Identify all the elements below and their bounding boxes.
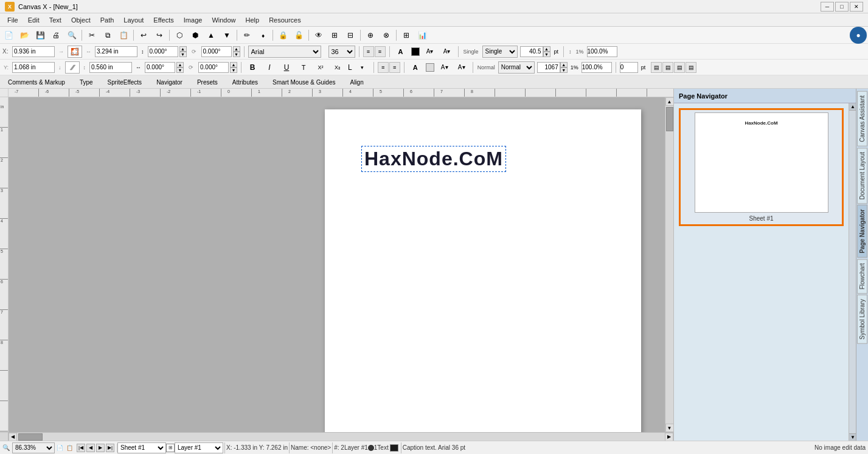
undo-button[interactable]: ↩	[136, 29, 151, 42]
h-input[interactable]	[89, 62, 132, 73]
menu-file[interactable]: File	[2, 15, 23, 25]
normal-pct-input[interactable]	[582, 62, 612, 73]
page-next[interactable]: ▶	[96, 444, 105, 452]
zoom-select[interactable]: 86.33%	[12, 442, 55, 453]
fontsize-select[interactable]: 36	[328, 46, 355, 58]
panel-vscroll[interactable]: ▲ ▼	[849, 103, 856, 441]
scroll-left-btn[interactable]: ◀	[9, 433, 17, 441]
ruler-btn[interactable]: ⊕	[363, 29, 378, 42]
menu-resources[interactable]: Resources	[264, 15, 306, 25]
italic-btn[interactable]: I	[262, 61, 277, 74]
panel-scroll-up[interactable]: ▲	[849, 103, 856, 111]
x-input[interactable]	[12, 46, 55, 57]
angle1-down[interactable]: ▼	[179, 52, 187, 57]
minimize-button[interactable]: ─	[821, 2, 834, 12]
align3-justify[interactable]: ▤	[686, 62, 696, 73]
tab-canvas-assistant[interactable]: Canvas Assistant	[857, 91, 867, 146]
menu-effects[interactable]: Effects	[148, 15, 178, 25]
text-object[interactable]: HaxNode.CoM	[361, 146, 506, 172]
tab-align[interactable]: Align	[343, 77, 370, 87]
print-button[interactable]: 🖨	[49, 29, 63, 42]
paste-button[interactable]: 📋	[116, 29, 131, 42]
normal-value-input[interactable]	[537, 62, 560, 73]
scale3-down[interactable]: ▼	[230, 67, 237, 73]
tab-document-layout[interactable]: Document Layout	[857, 148, 867, 204]
grid-btn[interactable]: ⊞	[327, 29, 342, 42]
scroll-thumb-h[interactable]	[18, 433, 43, 441]
align-center-btn[interactable]: ≡	[375, 46, 386, 57]
page-first[interactable]: |◀	[77, 444, 85, 452]
tab-flowchart[interactable]: Flowchart	[857, 259, 867, 294]
normal-select[interactable]: Normal	[498, 61, 535, 74]
offset-input[interactable]	[620, 62, 638, 73]
scroll-right-btn[interactable]: ▶	[665, 433, 673, 441]
panel-scroll-down[interactable]: ▼	[849, 433, 856, 441]
group-btn[interactable]: 🔓	[291, 29, 306, 42]
subscript-btn[interactable]: X₂	[330, 61, 345, 74]
open-button[interactable]: 📂	[17, 29, 32, 42]
menu-text[interactable]: Text	[44, 15, 66, 25]
scale3-up[interactable]: ▲	[230, 62, 237, 67]
angle1-up[interactable]: ▲	[179, 46, 187, 52]
scroll-up-btn[interactable]: ▲	[665, 97, 674, 106]
text-color-btn[interactable]: A	[394, 45, 408, 58]
tab-type[interactable]: Type	[73, 77, 100, 87]
tab-navigator[interactable]: Navigator	[150, 77, 189, 87]
scale2-down[interactable]: ▼	[176, 67, 184, 73]
tool-up[interactable]: ▲	[204, 29, 218, 42]
chart-btn[interactable]: 📊	[415, 29, 429, 42]
tab-page-navigator[interactable]: Page Navigator	[857, 205, 867, 258]
underline-btn[interactable]: U	[279, 61, 294, 74]
grid2-btn[interactable]: ⊟	[343, 29, 358, 42]
lock-btn[interactable]: 🔒	[276, 29, 290, 42]
user-avatar[interactable]: ●	[850, 27, 867, 44]
save-button[interactable]: 💾	[33, 29, 47, 42]
menu-path[interactable]: Path	[95, 15, 119, 25]
normal-up[interactable]: ▲	[560, 62, 568, 67]
snap-btn[interactable]: ⊗	[379, 29, 394, 42]
angle2-input[interactable]	[201, 46, 232, 57]
fill-effect-btn[interactable]: A▾	[437, 61, 452, 74]
tool-path[interactable]: ✏	[240, 29, 254, 42]
menu-help[interactable]: Help	[241, 15, 265, 25]
menu-image[interactable]: Image	[179, 15, 207, 25]
copy-button[interactable]: ⧉	[100, 29, 115, 42]
align-left-btn[interactable]: ≡	[363, 46, 374, 57]
page-thumb-1[interactable]: HaxNode.CoM Sheet #1	[679, 108, 844, 226]
tool-down[interactable]: ▼	[220, 29, 234, 42]
superscript-btn[interactable]: X²	[313, 61, 328, 74]
script-btn[interactable]: T	[296, 61, 311, 74]
hscrollbar[interactable]: ◀ ▶	[9, 432, 673, 441]
new-button[interactable]: 📄	[1, 29, 16, 42]
sheet-select[interactable]: Sheet #1	[117, 442, 166, 453]
canvas-area[interactable]: HaxNode.CoM	[9, 97, 665, 432]
y-input[interactable]	[12, 62, 55, 73]
layer-select[interactable]: Layer #1	[175, 442, 223, 453]
align-justify-btn[interactable]: ≡	[378, 62, 389, 73]
scale-input[interactable]	[587, 46, 617, 57]
lang-btn[interactable]: ▾	[355, 61, 370, 74]
tool-node[interactable]: ⬧	[255, 29, 270, 42]
scroll-down-btn[interactable]: ▼	[665, 424, 674, 432]
tool-select[interactable]: ⬡	[172, 29, 187, 42]
redo-button[interactable]: ↪	[152, 29, 167, 42]
zoom-button[interactable]: 🔍	[64, 29, 79, 42]
cut-button[interactable]: ✂	[85, 29, 99, 42]
menu-window[interactable]: Window	[207, 15, 240, 25]
bold-btn[interactable]: B	[245, 61, 260, 74]
eye-btn[interactable]: 👁	[311, 29, 326, 42]
page-icon-2[interactable]: 📋	[64, 443, 74, 453]
align-right-btn[interactable]: ≡	[389, 62, 400, 73]
scale3-input[interactable]	[198, 62, 229, 73]
angle2-up[interactable]: ▲	[233, 46, 240, 52]
angle1-input[interactable]	[148, 46, 178, 57]
spacing-up[interactable]: ▲	[543, 46, 550, 52]
align3-left[interactable]: ▤	[651, 62, 662, 73]
scale2-input[interactable]	[145, 62, 175, 73]
tab-attributes[interactable]: Attributes	[226, 77, 265, 87]
spacing-value-input[interactable]	[520, 46, 543, 57]
spacing-down[interactable]: ▼	[543, 52, 550, 57]
align3-center[interactable]: ▤	[662, 62, 673, 73]
vscrollbar[interactable]: ▲ ▼	[665, 97, 673, 432]
page-prev[interactable]: ◀	[86, 444, 95, 452]
